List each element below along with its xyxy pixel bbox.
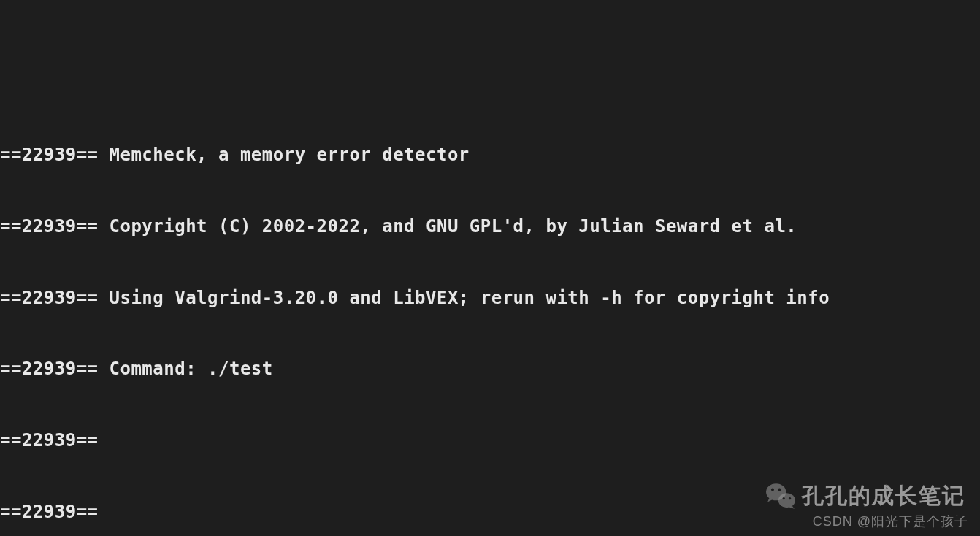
valgrind-line: ==22939== Command: ./test [0, 357, 980, 381]
svg-point-5 [789, 497, 791, 499]
valgrind-line: ==22939== Memcheck, a memory error detec… [0, 143, 980, 167]
csdn-watermark: CSDN @阳光下是个孩子 [813, 513, 968, 530]
line-text: Command: ./test [99, 359, 273, 379]
line-text: Copyright (C) 2002-2022, and GNU GPL'd, … [99, 216, 797, 237]
terminal-output: ==22939== Memcheck, a memory error detec… [0, 96, 980, 537]
pid-prefix: ==22939== [0, 359, 99, 379]
pid-prefix: ==22939== [0, 430, 99, 451]
svg-point-1 [778, 493, 795, 508]
pid-prefix: ==22939== [0, 288, 99, 308]
line-text: Memcheck, a memory error detector [99, 145, 470, 165]
svg-point-2 [771, 489, 774, 491]
valgrind-line: ==22939== Copyright (C) 2002-2022, and G… [0, 215, 980, 239]
svg-point-4 [783, 497, 785, 499]
valgrind-line: ==22939== Using Valgrind-3.20.0 and LibV… [0, 286, 980, 310]
valgrind-line: ==22939== [0, 429, 980, 453]
svg-point-3 [778, 489, 781, 491]
wechat-watermark: 孔孔的成长笔记 [765, 481, 965, 511]
pid-prefix: ==22939== [0, 502, 99, 522]
pid-prefix: ==22939== [0, 216, 99, 237]
pid-prefix: ==22939== [0, 145, 99, 165]
line-text: Using Valgrind-3.20.0 and LibVEX; rerun … [99, 288, 830, 308]
wechat-watermark-text: 孔孔的成长笔记 [802, 481, 965, 511]
wechat-icon [765, 481, 796, 511]
